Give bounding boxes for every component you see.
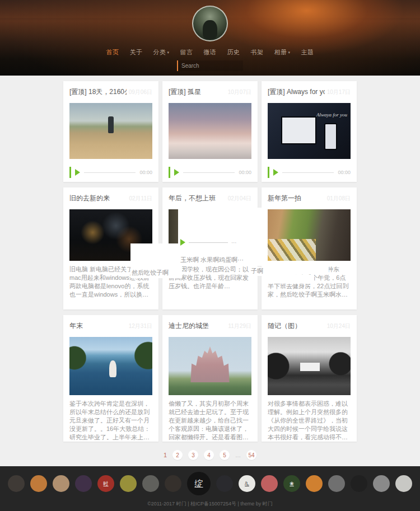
post-date: 10月17日 — [327, 88, 351, 96]
post-card[interactable]: 迪士尼的城堡 11月29日 偷懒了又，其实月初那个周末就已经去迪士尼玩了。至于现… — [162, 315, 258, 442]
player-bar-icon — [69, 167, 71, 178]
post-title[interactable]: 旧的去新的来 — [69, 194, 110, 203]
player-time: 00:00 — [139, 170, 152, 175]
nav-guestbook[interactable]: 留言 — [180, 48, 193, 57]
artifact-text: 玉米啊 水果啊鸡蛋啊⋯ — [180, 256, 261, 264]
friend-avatar[interactable]: /L — [239, 475, 255, 492]
nav-album[interactable]: 相册▾ — [274, 48, 291, 57]
audio-player: 00:00 — [268, 167, 351, 178]
post-date: 02月04日 — [228, 195, 251, 203]
page-ellipsis: … — [235, 452, 241, 458]
post-title[interactable]: [置顶] 18天，2160公里 — [69, 87, 127, 97]
post-title[interactable]: 年末 — [69, 321, 83, 331]
friend-avatar[interactable] — [75, 475, 92, 492]
nav-history[interactable]: 历史 — [227, 48, 240, 57]
chevron-down-icon: ▾ — [288, 50, 291, 54]
friend-avatars: 时 绽 /L ❀ — [0, 472, 420, 495]
play-icon[interactable] — [273, 169, 278, 176]
post-date: 02月11日 — [129, 195, 152, 203]
friend-avatar[interactable] — [216, 475, 233, 492]
post-card[interactable]: [置顶] 18天，2160公里 09月06日 00:00 — [63, 81, 158, 182]
post-date: 12月31日 — [129, 322, 152, 330]
page-2[interactable]: 2 — [172, 450, 183, 460]
copyright: ©2011-2017 时门 | 桂ICP备15007254号 | theme b… — [0, 500, 420, 508]
post-card[interactable]: 随记（图） 10月24日 对很多事情都表示困惑，难以理解。例如上个月突然很多的《… — [262, 315, 357, 442]
footer: 时 绽 /L ❀ ©2011-2017 时门 | 桂ICP备15007254号 … — [0, 466, 420, 511]
page-3[interactable]: 3 — [188, 450, 198, 460]
play-icon[interactable] — [75, 169, 80, 176]
page-4[interactable]: 4 — [204, 450, 214, 460]
friend-avatar[interactable] — [261, 475, 278, 492]
post-thumbnail[interactable] — [169, 103, 251, 159]
thumbnail-caption: Alwaya for you — [316, 112, 347, 118]
post-thumbnail[interactable] — [268, 337, 351, 395]
player-progress[interactable] — [183, 172, 235, 173]
artifact-dots: ⋯ — [231, 240, 237, 246]
post-thumbnail[interactable] — [69, 103, 152, 159]
nav-theme[interactable]: 主题 — [301, 48, 314, 57]
post-thumbnail[interactable]: Alwaya for you — [268, 103, 351, 159]
post-date: 11月29日 — [228, 322, 251, 330]
friend-avatar[interactable] — [373, 475, 390, 492]
play-icon[interactable] — [174, 169, 179, 176]
render-artifact — [266, 275, 314, 284]
friend-avatar[interactable] — [306, 475, 323, 492]
post-title[interactable]: 随记（图） — [268, 321, 301, 331]
post-card[interactable]: 年末 12月31日 鉴于本次跨年肯定是在深圳，所以年末总结什么的还是放到元旦来做… — [63, 315, 158, 442]
friend-avatar[interactable] — [351, 475, 367, 492]
search-input[interactable] — [177, 60, 243, 71]
main-nav: 首页 关于 分类▾ 留言 微语 历史 书架 相册▾ 主题 — [0, 48, 420, 57]
friend-avatar[interactable] — [165, 475, 181, 492]
nav-microblog[interactable]: 微语 — [204, 48, 217, 57]
friend-avatar[interactable] — [120, 475, 137, 492]
nav-about[interactable]: 关于 — [129, 48, 142, 57]
post-card[interactable]: [置顶] 孤星 10月07日 00:00 — [162, 81, 258, 182]
friend-avatar[interactable]: ❀ — [283, 475, 300, 492]
friend-avatar[interactable] — [395, 475, 412, 492]
post-thumbnail[interactable] — [69, 337, 152, 395]
player-progress[interactable] — [84, 172, 136, 173]
post-grid-area: [置顶] 18天，2160公里 09月06日 00:00 [置顶] 孤星 10月… — [0, 76, 420, 466]
player-progress[interactable] — [282, 172, 334, 173]
post-title[interactable]: [置顶] 孤星 — [169, 87, 201, 97]
artifact-text: 然后吃饺子啊 — [132, 269, 169, 277]
chevron-down-icon: ▾ — [167, 50, 169, 54]
avatar[interactable] — [192, 6, 228, 41]
post-date: 10月07日 — [228, 88, 251, 96]
page-5[interactable]: 5 — [220, 450, 230, 460]
post-grid: [置顶] 18天，2160公里 09月06日 00:00 [置顶] 孤星 10月… — [63, 81, 357, 442]
player-bar-icon — [169, 167, 170, 178]
play-icon — [180, 239, 185, 246]
post-excerpt: 对很多事情都表示困惑，难以理解。例如上个月突然很多的《从你的全世界路过》，当初大… — [268, 400, 351, 442]
post-title[interactable]: [置顶] Always for you 1.8 — [268, 87, 325, 97]
nav-album-label: 相册 — [274, 49, 287, 55]
post-card[interactable]: 新年第一拍 01月08日 早上8点20起床，吃各种东西，12点半小睡个午觉，6点… — [262, 187, 357, 310]
post-title[interactable]: 新年第一拍 — [268, 194, 301, 203]
post-date: 10月24日 — [327, 322, 351, 330]
artifact-line — [189, 242, 228, 243]
render-artifact: ⋯ 玉米啊 水果啊鸡蛋啊⋯ — [178, 208, 263, 266]
render-artifact: 然后吃饺子啊 — [130, 243, 182, 278]
friend-avatar[interactable] — [8, 475, 25, 492]
page-last[interactable]: 54 — [246, 450, 256, 460]
friend-avatar[interactable]: 时 — [97, 475, 114, 492]
post-thumbnail[interactable] — [268, 209, 351, 261]
friend-avatar[interactable] — [142, 475, 159, 492]
render-artifact — [266, 264, 329, 274]
friend-avatar[interactable] — [30, 475, 47, 492]
friend-avatar[interactable] — [53, 475, 69, 492]
post-date: 09月06日 — [129, 88, 152, 96]
pagination: 1 2 3 4 5 … 54 — [0, 449, 420, 461]
player-time: 00:00 — [239, 170, 251, 175]
post-title[interactable]: 迪士尼的城堡 — [169, 321, 209, 331]
post-card[interactable]: 旧的去新的来 02月11日 旧电脑 新电脑已经关了一下，mac用起来和windo… — [63, 187, 158, 310]
friend-avatar[interactable] — [328, 475, 345, 492]
friend-avatar-highlight[interactable]: 绽 — [187, 472, 211, 495]
header-banner: 首页 关于 分类▾ 留言 微语 历史 书架 相册▾ 主题 — [0, 0, 420, 76]
post-card[interactable]: [置顶] Always for you 1.8 10月17日 Alwaya fo… — [262, 81, 357, 182]
nav-bookshelf[interactable]: 书架 — [251, 48, 264, 57]
post-thumbnail[interactable] — [169, 337, 251, 395]
post-title[interactable]: 年后，不想上班 — [169, 194, 216, 203]
nav-categories[interactable]: 分类▾ — [153, 48, 169, 57]
nav-home[interactable]: 首页 — [106, 48, 119, 57]
